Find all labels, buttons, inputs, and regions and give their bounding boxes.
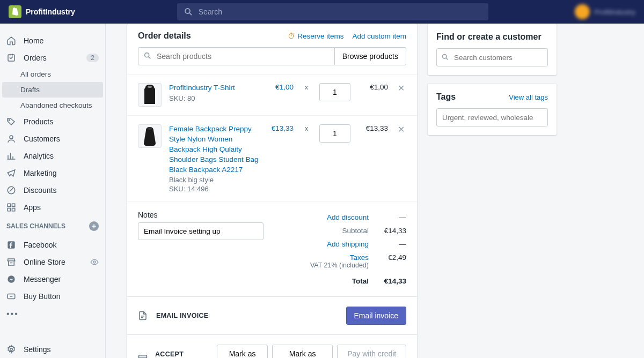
subtotal-value: €14,33 (369, 227, 406, 235)
sidebar-item-analytics[interactable]: Analytics (0, 147, 105, 165)
add-discount-link[interactable]: Add discount (276, 213, 369, 221)
svg-point-3 (9, 120, 10, 121)
mark-paid-button[interactable]: Mark as paid (217, 345, 268, 358)
channel-facebook[interactable]: Facebook (0, 236, 105, 253)
item-title[interactable]: ProfitIndustry T-Shirt (169, 83, 259, 93)
svg-line-16 (149, 57, 151, 59)
sidebar-item-orders[interactable]: Orders 2 (0, 49, 105, 66)
sidebar-item-home[interactable]: Home (0, 32, 105, 49)
username: ProfitIndustry (594, 8, 635, 16)
svg-rect-18 (148, 127, 152, 130)
sidebar-item-settings[interactable]: Settings (0, 341, 105, 358)
apps-icon (6, 203, 16, 212)
notes-input[interactable] (138, 222, 264, 240)
view-all-tags-link[interactable]: View all tags (509, 93, 548, 101)
svg-point-21 (443, 55, 447, 59)
sidebar-item-label: Analytics (24, 152, 54, 160)
item-unit-price[interactable]: €13,33 (267, 124, 294, 132)
subtotal-label: Subtotal (276, 227, 369, 235)
remove-item-button[interactable]: ✕ (396, 124, 406, 135)
channel-buy-button[interactable]: Buy Button (0, 288, 105, 305)
add-shipping-link[interactable]: Add shipping (276, 240, 369, 248)
pay-cc-button[interactable]: Pay with credit card (337, 345, 406, 358)
more-channels[interactable]: ••• (0, 305, 105, 323)
total-value: €14,33 (369, 277, 406, 285)
shopify-icon (9, 5, 21, 18)
main-content: Order details Reserve items Add custom i… (106, 24, 644, 358)
customer-search-input[interactable] (436, 48, 548, 66)
line-item: ProfitIndustry T-Shirt SKU: 80 €1,00 x €… (127, 74, 417, 115)
multiply-symbol: x (301, 124, 312, 132)
sidebar-item-label: Drafts (20, 86, 40, 94)
order-details-card: Order details Reserve items Add custom i… (127, 24, 417, 358)
sidebar-item-label: Orders (24, 54, 47, 62)
reserve-items-link[interactable]: Reserve items (288, 32, 343, 40)
topbar: ProfitIndustry ProfitIndustry (0, 0, 644, 24)
sidebar-item-label: Abandoned checkouts (20, 101, 92, 109)
search-icon (184, 7, 193, 17)
email-invoice-button[interactable]: Email invoice (346, 307, 406, 325)
remove-item-button[interactable]: ✕ (396, 83, 406, 93)
item-line-total: €1,00 (358, 83, 388, 91)
item-unit-price[interactable]: €1,00 (267, 83, 294, 91)
search-icon (143, 51, 152, 60)
sidebar-item-apps[interactable]: Apps (0, 199, 105, 216)
global-search[interactable] (177, 3, 488, 20)
brand-logo[interactable]: ProfitIndustry (9, 5, 75, 18)
tag-icon (6, 117, 16, 126)
svg-point-0 (185, 9, 190, 13)
sidebar-item-customers[interactable]: Customers (0, 130, 105, 147)
global-search-input[interactable] (177, 3, 488, 20)
tags-card-title: Tags (436, 92, 456, 102)
sidebar-item-products[interactable]: Products (0, 113, 105, 130)
shipping-value: — (369, 240, 406, 248)
user-menu[interactable]: ProfitIndustry (575, 4, 635, 19)
sidebar-item-drafts[interactable]: Drafts (2, 82, 103, 98)
document-icon (138, 311, 149, 320)
sidebar-item-abandoned[interactable]: Abandoned checkouts (0, 98, 105, 113)
browse-products-button[interactable]: Browse products (335, 47, 406, 65)
taxes-link[interactable]: Taxes (276, 253, 369, 262)
product-search-input[interactable] (138, 47, 335, 65)
eye-icon[interactable] (90, 258, 99, 266)
tags-input[interactable] (436, 108, 548, 126)
sidebar-item-label: All orders (20, 70, 51, 78)
customer-card-title: Find or create a customer (436, 32, 548, 42)
channel-label: Messenger (24, 275, 61, 284)
taxes-detail: VAT 21% (included) (276, 262, 369, 269)
svg-rect-8 (8, 208, 10, 211)
analytics-icon (6, 151, 16, 161)
svg-line-22 (446, 58, 448, 59)
svg-point-17 (148, 86, 152, 88)
sidebar-item-discounts[interactable]: Discounts (0, 182, 105, 199)
tags-card: Tags View all tags (428, 84, 557, 135)
gear-icon (6, 345, 16, 354)
add-channel-button[interactable]: + (89, 221, 99, 231)
item-sku: SKU: 14:496 (169, 185, 259, 193)
avatar (575, 4, 590, 19)
svg-line-1 (189, 13, 192, 15)
channel-messenger[interactable]: Messenger (0, 271, 105, 288)
add-custom-item-link[interactable]: Add custom item (352, 32, 406, 40)
channel-online-store[interactable]: Online Store (0, 253, 105, 271)
sidebar-item-label: Settings (24, 345, 51, 354)
email-invoice-label: EMAIL INVOICE (156, 312, 208, 319)
sales-channels-header: SALES CHANNELS + (0, 216, 105, 236)
sidebar-item-label: Marketing (24, 169, 56, 177)
store-icon (6, 257, 16, 267)
facebook-icon (6, 240, 16, 250)
line-item: Female Backpack Preppy Style Nylon Women… (127, 115, 417, 202)
svg-point-14 (10, 348, 13, 351)
item-qty-input[interactable] (319, 124, 350, 143)
notes-label: Notes (138, 211, 264, 219)
sidebar-item-marketing[interactable]: Marketing (0, 165, 105, 182)
mark-pending-button[interactable]: Mark as pending (272, 345, 333, 358)
item-qty-input[interactable] (319, 83, 350, 101)
home-icon (6, 36, 16, 46)
sidebar-item-all-orders[interactable]: All orders (0, 66, 105, 82)
customer-card: Find or create a customer (428, 24, 557, 75)
accept-payment-row: ACCEPT PAYMENT Mark as paid Mark as pend… (127, 334, 417, 358)
sidebar-item-label: Home (24, 36, 43, 45)
credit-card-icon (138, 353, 148, 358)
item-title[interactable]: Female Backpack Preppy Style Nylon Women… (169, 124, 259, 175)
